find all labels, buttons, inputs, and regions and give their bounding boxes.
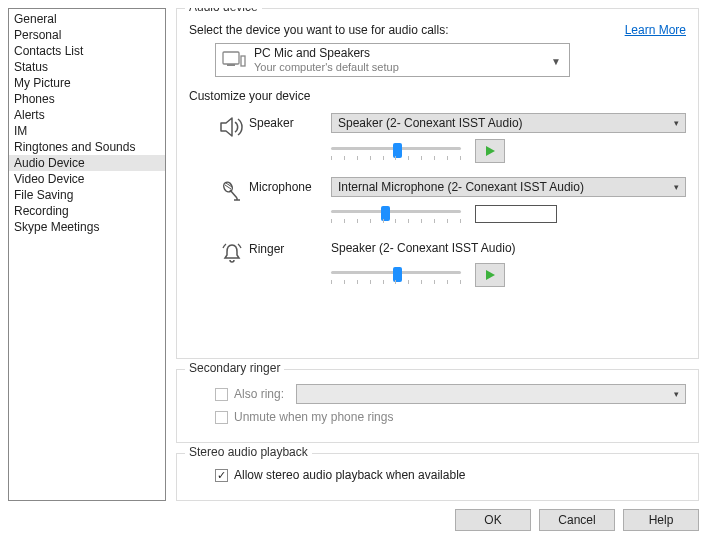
speaker-dropdown[interactable]: Speaker (2- Conexant ISST Audio) ▾ — [331, 113, 686, 133]
secondary-ringer-group: Secondary ringer Also ring: ▾ Unmute whe… — [176, 369, 699, 443]
svg-rect-1 — [227, 64, 235, 66]
ringer-label: Ringer — [249, 239, 331, 256]
chevron-down-icon: ▾ — [674, 389, 679, 399]
learn-more-link[interactable]: Learn More — [625, 23, 686, 37]
also-ring-dropdown: ▾ — [296, 384, 686, 404]
chevron-down-icon: ▾ — [674, 118, 679, 128]
unmute-when-phone-rings-checkbox — [215, 411, 228, 424]
speaker-dropdown-value: Speaker (2- Conexant ISST Audio) — [338, 116, 523, 130]
sidebar-item-my-picture[interactable]: My Picture — [9, 75, 165, 91]
sidebar-item-im[interactable]: IM — [9, 123, 165, 139]
customize-device-label: Customize your device — [189, 89, 686, 103]
svg-marker-3 — [221, 118, 232, 136]
speaker-volume-slider[interactable] — [331, 140, 461, 162]
pc-device-icon — [222, 49, 246, 71]
microphone-level-meter — [475, 205, 557, 223]
chevron-down-icon: ▼ — [551, 56, 561, 67]
microphone-label: Microphone — [249, 177, 331, 194]
svg-marker-8 — [486, 270, 495, 280]
allow-stereo-checkbox[interactable] — [215, 469, 228, 482]
secondary-ringer-group-title: Secondary ringer — [185, 361, 284, 375]
ringer-volume-slider[interactable] — [331, 264, 461, 286]
stereo-playback-group: Stereo audio playback Allow stereo audio… — [176, 453, 699, 501]
microphone-volume-slider[interactable] — [331, 203, 461, 225]
sidebar-item-video-device[interactable]: Video Device — [9, 171, 165, 187]
sidebar-item-status[interactable]: Status — [9, 59, 165, 75]
sidebar-item-audio-device[interactable]: Audio Device — [9, 155, 165, 171]
selected-device-desc: Your computer's default setup — [254, 60, 399, 74]
cancel-button[interactable]: Cancel — [539, 509, 615, 531]
microphone-dropdown-value: Internal Microphone (2- Conexant ISST Au… — [338, 180, 584, 194]
microphone-icon — [215, 180, 249, 204]
sidebar-item-contacts-list[interactable]: Contacts List — [9, 43, 165, 59]
sidebar-item-personal[interactable]: Personal — [9, 27, 165, 43]
category-sidebar: General Personal Contacts List Status My… — [8, 8, 166, 501]
sidebar-item-file-saving[interactable]: File Saving — [9, 187, 165, 203]
sidebar-item-recording[interactable]: Recording — [9, 203, 165, 219]
svg-marker-4 — [486, 146, 495, 156]
stereo-playback-group-title: Stereo audio playback — [185, 445, 312, 459]
audio-device-selector[interactable]: PC Mic and Speakers Your computer's defa… — [215, 43, 570, 77]
allow-stereo-label: Allow stereo audio playback when availab… — [234, 468, 465, 482]
speaker-icon — [215, 116, 249, 138]
speaker-test-play-button[interactable] — [475, 139, 505, 163]
sidebar-item-alerts[interactable]: Alerts — [9, 107, 165, 123]
selected-device-name: PC Mic and Speakers — [254, 46, 399, 60]
sidebar-item-phones[interactable]: Phones — [9, 91, 165, 107]
chevron-down-icon: ▾ — [674, 182, 679, 192]
svg-rect-0 — [223, 52, 239, 64]
sidebar-item-skype-meetings[interactable]: Skype Meetings — [9, 219, 165, 235]
sidebar-item-general[interactable]: General — [9, 11, 165, 27]
ringer-value: Speaker (2- Conexant ISST Audio) — [331, 239, 686, 257]
ok-button[interactable]: OK — [455, 509, 531, 531]
unmute-when-phone-rings-label: Unmute when my phone rings — [234, 410, 393, 424]
svg-rect-2 — [241, 56, 245, 66]
help-button[interactable]: Help — [623, 509, 699, 531]
also-ring-label: Also ring: — [234, 387, 284, 401]
audio-device-instruction: Select the device you want to use for au… — [189, 23, 448, 37]
ringer-icon — [215, 242, 249, 264]
audio-device-group: Audio device Select the device you want … — [176, 8, 699, 359]
dialog-footer: OK Cancel Help — [8, 501, 699, 531]
microphone-dropdown[interactable]: Internal Microphone (2- Conexant ISST Au… — [331, 177, 686, 197]
also-ring-checkbox[interactable] — [215, 388, 228, 401]
sidebar-item-ringtones-sounds[interactable]: Ringtones and Sounds — [9, 139, 165, 155]
speaker-label: Speaker — [249, 113, 331, 130]
audio-device-group-title: Audio device — [185, 8, 262, 14]
ringer-test-play-button[interactable] — [475, 263, 505, 287]
